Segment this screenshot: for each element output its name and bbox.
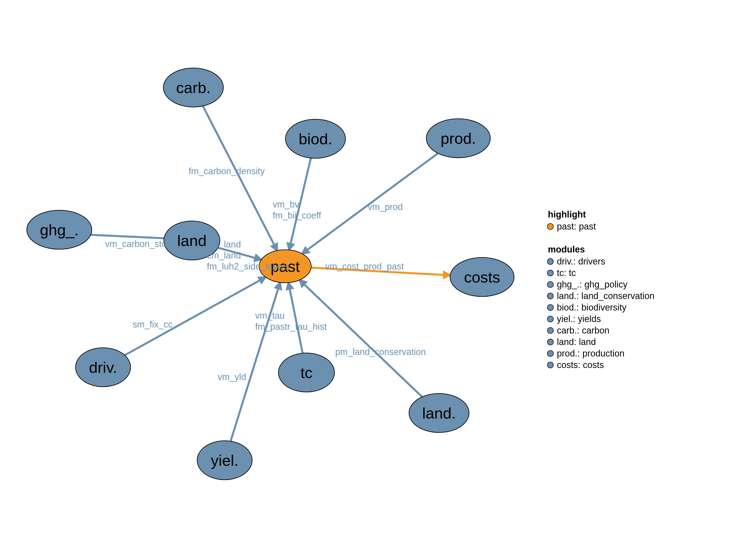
edge-label-text: sm_fix_cc	[133, 319, 173, 329]
edge-label-text: vm_carbon_stock	[105, 239, 176, 249]
node-landc: land.	[409, 394, 469, 432]
edge-label-driv-past: sm_fix_cc	[133, 319, 173, 329]
node-label: land	[177, 232, 206, 249]
legend-dot	[547, 327, 553, 334]
edge-label-carb-past: fm_carbon_density	[189, 166, 265, 176]
legend-item-text: past: past	[557, 221, 596, 232]
legend-dot	[547, 259, 553, 265]
node-label: biod.	[299, 130, 332, 148]
edge-yiel-past	[231, 283, 280, 441]
edge-label-text: fm_bii_coeff	[273, 210, 321, 220]
node-label: ghg_.	[40, 221, 79, 239]
node-prod: prod.	[426, 119, 490, 158]
edge-label-text: vm_land	[207, 239, 241, 249]
legend-modules-title: modules	[548, 244, 585, 255]
node-label: land.	[422, 404, 456, 422]
legend: highlightpast: pastmodulesdriv.: drivers…	[547, 209, 654, 370]
edge-label-text: vm_bv	[273, 199, 299, 210]
node-label: prod.	[441, 130, 476, 147]
node-biod: biod.	[285, 119, 345, 158]
edge-tc-past	[288, 283, 303, 353]
edge-label-text: vm_cost_prod_past	[325, 261, 404, 271]
node-yiel: yiel.	[197, 441, 252, 480]
edge-label-landc-past: pm_land_conservation	[335, 347, 426, 357]
legend-item-text: land: land	[557, 337, 596, 347]
node-ghg: ghg_.	[27, 210, 92, 249]
node-tc: tc	[278, 353, 334, 392]
legend-dot	[547, 223, 553, 230]
legend-dot	[547, 293, 553, 299]
edge-label-tc-past: vm_taufm_pastr_tau_hist	[255, 311, 327, 332]
edge-label-text: fm_carbon_density	[189, 166, 265, 176]
legend-dot	[547, 350, 553, 356]
edge-label-past-costs: vm_cost_prod_past	[325, 261, 404, 271]
legend-item-text: land.: land_conservation	[557, 291, 654, 301]
node-label: carb.	[176, 79, 211, 96]
legend-item-text: ghg_.: ghg_policy	[557, 279, 627, 290]
edge-label-text: fm_pastr_tau_hist	[255, 321, 327, 332]
legend-item-text: prod.: production	[557, 348, 624, 358]
edge-label-text: fm_luh2_side_layers	[207, 261, 289, 271]
node-costs: costs	[450, 258, 514, 296]
legend-item-text: biod.: biodiversity	[557, 302, 626, 313]
node-driv: driv.	[76, 348, 131, 387]
edge-label-prod-past: vm_prod	[368, 202, 403, 212]
edge-driv-past	[125, 277, 266, 355]
edge-label-text: vm_prod	[368, 202, 403, 212]
node-carb: carb.	[163, 68, 224, 107]
node-label: driv.	[89, 359, 117, 376]
legend-dot	[547, 304, 553, 311]
legend-dot	[547, 282, 553, 288]
edge-label-yiel-past: vm_yld	[217, 372, 246, 382]
edge-label-text: vm_yld	[217, 372, 246, 382]
legend-item-text: costs: costs	[557, 360, 604, 370]
edge-label-text: cm_land	[207, 250, 241, 261]
legend-item-text: driv.: drivers	[557, 256, 605, 267]
node-label: costs	[464, 268, 500, 286]
edge-label-text: vm_tau	[255, 311, 285, 321]
node-label: tc	[301, 364, 312, 381]
edge-label-ghg-past: vm_carbon_stock	[105, 239, 176, 249]
edge-label-text: pm_land_conservation	[335, 347, 426, 357]
module-graph: carb.biod.prod.ghg_.landcostsdriv.tcland…	[0, 0, 747, 560]
edge-ghg-past	[91, 235, 164, 238]
legend-dot	[547, 316, 553, 322]
legend-dot	[547, 270, 553, 276]
legend-item-text: tc: tc	[557, 268, 576, 278]
legend-item-text: carb.: carbon	[557, 325, 610, 336]
legend-highlight-title: highlight	[548, 209, 586, 219]
legend-dot	[547, 339, 553, 345]
edge-label-biod-past: vm_bvfm_bii_coeff	[273, 199, 321, 220]
legend-dot	[547, 362, 553, 368]
node-label: yiel.	[211, 452, 238, 469]
legend-item-text: yiel.: yields	[557, 314, 601, 324]
